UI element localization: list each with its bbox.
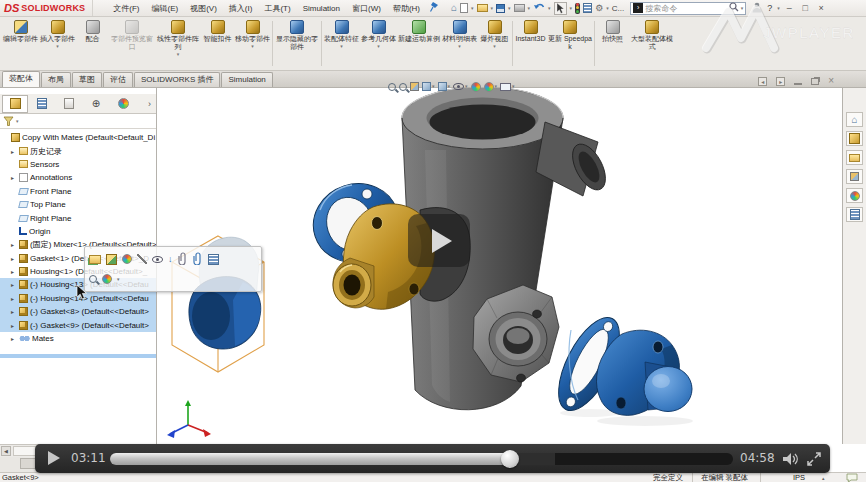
appearance-icon[interactable] xyxy=(102,274,112,284)
section-view-button[interactable] xyxy=(410,82,419,91)
document-minimize-icon[interactable] xyxy=(794,83,802,85)
expander-icon[interactable]: ▸ xyxy=(11,241,19,248)
tree-item-sensors[interactable]: Sensors xyxy=(0,158,156,171)
caret-down-icon[interactable]: ▾ xyxy=(251,44,254,49)
next-document-icon[interactable]: ▸ xyxy=(776,77,785,86)
reference-geometry-button[interactable]: 参考几何体▾ xyxy=(360,18,397,69)
feature-manager-tab[interactable] xyxy=(2,95,28,113)
previous-document-icon[interactable]: ◂ xyxy=(758,77,767,86)
panel-tabs-overflow-icon[interactable]: › xyxy=(148,99,154,109)
undo-caret-icon[interactable]: ▾ xyxy=(548,6,551,11)
expander-icon[interactable]: ▸ xyxy=(11,335,19,342)
menu-help[interactable]: 帮助(H) xyxy=(387,3,426,14)
tree-item-gasket-8[interactable]: ▸(-) Gasket<8> (Default<<Default> xyxy=(0,305,156,318)
minimize-button[interactable]: – xyxy=(783,2,796,15)
display-manager-tab[interactable] xyxy=(110,95,136,113)
caret-down-icon[interactable]: ▾ xyxy=(448,84,451,89)
edit-part-icon[interactable] xyxy=(106,254,117,265)
show-hidden-components-button[interactable]: 显示隐藏的零部件 xyxy=(274,18,320,69)
caret-down-icon[interactable]: ▾ xyxy=(56,44,59,49)
user-account-icon[interactable] xyxy=(752,2,762,15)
expander-icon[interactable]: ▸ xyxy=(11,295,19,302)
select-caret-icon[interactable]: ▾ xyxy=(570,6,573,11)
options-gear-icon[interactable]: ⚙ xyxy=(595,3,603,13)
caret-down-icon[interactable]: ▾ xyxy=(465,84,468,89)
tab-assembly[interactable]: 装配体 xyxy=(2,71,40,87)
search-input[interactable]: 搜索命令 xyxy=(645,3,726,14)
configuration-manager-tab[interactable] xyxy=(56,95,82,113)
player-volume-button[interactable] xyxy=(781,452,801,468)
scroll-left-arrow-icon[interactable]: ◀ xyxy=(1,446,11,456)
component-properties-icon[interactable] xyxy=(208,254,219,265)
restore-button[interactable]: □ xyxy=(799,2,812,15)
tab-layout[interactable]: 布局 xyxy=(41,72,71,87)
smart-mate-paperclip-icon[interactable] xyxy=(193,252,203,267)
zoom-to-fit-button[interactable] xyxy=(388,83,396,91)
bill-of-materials-button[interactable]: 材料明细表▾ xyxy=(441,18,478,69)
tree-item-history[interactable]: ▸历史记录 xyxy=(0,144,156,157)
resources-home-tab[interactable]: ⌂ xyxy=(846,112,863,127)
tree-item-mates[interactable]: ▸Mates xyxy=(0,332,156,345)
dimxpert-tab[interactable]: ⊕ xyxy=(83,95,109,113)
video-player-controls[interactable]: 03:11 04:58 xyxy=(35,444,830,473)
tree-item-front-plane[interactable]: Front Plane xyxy=(0,185,156,198)
options-caret-icon[interactable]: ▾ xyxy=(606,6,609,11)
zoom-to-area-button[interactable] xyxy=(399,83,407,91)
hide-component-eye-icon[interactable] xyxy=(152,256,163,263)
caret-down-icon[interactable]: ▾ xyxy=(377,44,380,49)
assembly-features-button[interactable]: 装配体特征▾ xyxy=(323,18,360,69)
menu-view[interactable]: 视图(V) xyxy=(184,3,223,14)
pin-menu-icon[interactable] xyxy=(430,2,439,14)
filter-caret-icon[interactable]: ▾ xyxy=(16,119,19,124)
insert-components-button[interactable]: 插入零部件▾ xyxy=(39,18,76,69)
tree-item-annotations[interactable]: ▸Annotations xyxy=(0,171,156,184)
exploded-view-button[interactable]: 爆炸视图▾ xyxy=(478,18,511,69)
expander-icon[interactable]: ▸ xyxy=(11,322,19,329)
player-scrubber-knob[interactable] xyxy=(501,450,519,468)
tree-item-root[interactable]: Copy With Mates (Default<Default_Di xyxy=(0,131,156,144)
tab-solidworks-addins[interactable]: SOLIDWORKS 插件 xyxy=(134,72,220,87)
view-orientation-button[interactable]: ▾ xyxy=(422,82,435,91)
document-close-icon[interactable]: × xyxy=(828,75,834,87)
design-library-tab[interactable] xyxy=(846,131,863,146)
save-icon[interactable] xyxy=(496,4,505,13)
new-document-icon[interactable] xyxy=(460,3,468,13)
hide-show-items-button[interactable]: ▾ xyxy=(453,83,468,90)
save-caret-icon[interactable]: ▾ xyxy=(508,6,511,11)
open-icon[interactable] xyxy=(477,4,488,12)
edit-appearance-button[interactable] xyxy=(471,82,481,92)
custom-properties-tab[interactable] xyxy=(846,207,863,222)
tree-item-gasket-9[interactable]: ▸(-) Gasket<9> (Default<<Default> xyxy=(0,318,156,331)
search-commands-box[interactable]: › 搜索命令 ▾ xyxy=(630,2,746,15)
tree-item-housing-14[interactable]: ▸(-) Housing<14> (Default<<Defau xyxy=(0,292,156,305)
linear-component-pattern-button[interactable]: 线性零部件阵列▾ xyxy=(155,18,201,69)
player-fullscreen-button[interactable] xyxy=(807,452,821,468)
search-caret-icon[interactable]: ▾ xyxy=(741,6,744,11)
print-caret-icon[interactable]: ▾ xyxy=(528,6,531,11)
tree-item-origin[interactable]: Origin xyxy=(0,225,156,238)
close-button[interactable]: × xyxy=(815,2,828,15)
expander-icon[interactable]: ▸ xyxy=(11,148,19,155)
suppress-icon[interactable]: ↓ xyxy=(168,254,173,264)
move-component-button[interactable]: 移动零部件▾ xyxy=(234,18,271,69)
view-settings-button[interactable]: ▾ xyxy=(500,83,515,91)
menu-tools[interactable]: 工具(T) xyxy=(258,3,296,14)
search-icon[interactable] xyxy=(729,2,739,14)
caret-down-icon[interactable]: ▾ xyxy=(432,84,435,89)
player-play-button[interactable] xyxy=(48,451,60,465)
new-motion-study-button[interactable]: 新建运动算例 xyxy=(397,18,441,69)
view-palette-tab[interactable] xyxy=(846,169,863,184)
large-assembly-mode-button[interactable]: 大型装配体模式 xyxy=(629,18,675,69)
caret-down-icon[interactable]: ▾ xyxy=(495,84,498,89)
caret-down-icon[interactable]: ▾ xyxy=(340,44,343,49)
player-progress-rail[interactable] xyxy=(110,453,733,465)
comment-balloon-icon[interactable] xyxy=(846,473,858,482)
tab-evaluate[interactable]: 评估 xyxy=(103,72,133,87)
file-explorer-tab[interactable] xyxy=(846,150,863,165)
new-caret-icon[interactable]: ▾ xyxy=(471,6,474,11)
status-units[interactable]: IPS xyxy=(793,474,805,482)
instant3d-button[interactable]: Instant3D xyxy=(514,18,547,69)
expander-icon[interactable]: ▸ xyxy=(11,281,19,288)
menu-insert[interactable]: 插入(I) xyxy=(223,3,259,14)
property-manager-tab[interactable] xyxy=(29,95,55,113)
